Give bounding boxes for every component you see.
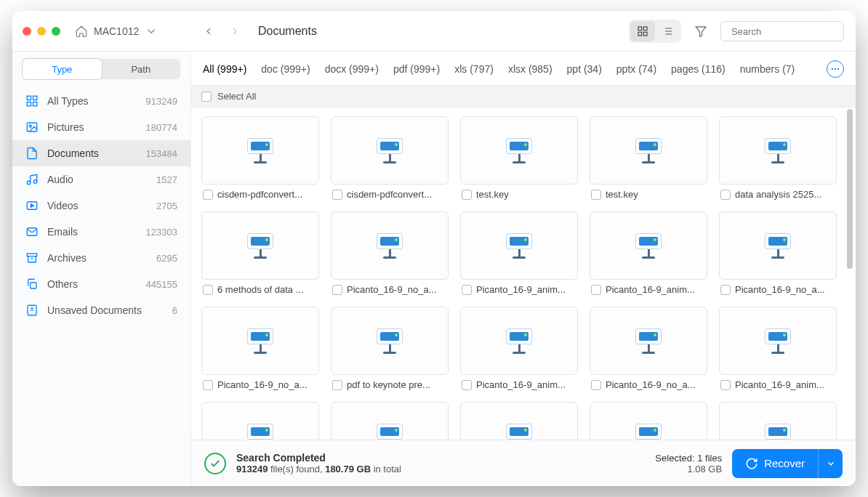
file-checkbox[interactable] (462, 285, 472, 295)
filter-tab[interactable]: ppt (34) (567, 63, 602, 75)
file-card[interactable]: 6 methods of data ... (201, 211, 319, 295)
file-card[interactable]: test.key (460, 116, 578, 200)
file-name: Picanto_16-9_anim... (476, 379, 576, 390)
filter-tab[interactable]: xls (797) (454, 63, 494, 75)
sidebar-item-pictures[interactable]: Pictures 180774 (12, 114, 190, 140)
file-checkbox[interactable] (203, 285, 213, 295)
grid-view-button[interactable] (630, 21, 655, 41)
file-card[interactable]: test.key (590, 116, 707, 200)
file-checkbox[interactable] (203, 380, 213, 390)
filter-tab[interactable]: docx (999+) (325, 63, 379, 75)
sidebar-item-documents[interactable]: Documents 153484 (12, 140, 190, 166)
file-checkbox[interactable] (332, 285, 342, 295)
svg-point-5 (29, 125, 31, 127)
file-checkbox[interactable] (462, 190, 472, 200)
keynote-icon (635, 328, 662, 354)
search-field[interactable] (720, 21, 844, 41)
svg-rect-13 (31, 283, 36, 288)
file-card[interactable]: cisdem-pdfconvert... (201, 116, 319, 200)
file-card[interactable]: Picanto_16-9_anim... (460, 307, 578, 390)
keynote-icon (764, 328, 792, 354)
file-checkbox[interactable] (203, 190, 213, 200)
sidebar-tab-type[interactable]: Type (23, 59, 102, 79)
sidebar-item-archives[interactable]: Archives 6295 (12, 245, 190, 271)
file-card[interactable]: data analysis 2525... (719, 116, 837, 200)
scrollbar-thumb[interactable] (847, 109, 853, 269)
nav-back-button[interactable] (197, 20, 220, 43)
file-checkbox[interactable] (591, 285, 601, 295)
sidebar-item-emails[interactable]: Emails 123303 (12, 219, 190, 245)
recover-dropdown-button[interactable] (818, 449, 843, 478)
filter-button[interactable] (688, 20, 713, 42)
sidebar-item-label: Emails (47, 226, 137, 238)
filter-tab[interactable]: xlsx (985) (508, 63, 552, 75)
file-card[interactable]: Picanto_16-9_no_a... (201, 307, 319, 390)
sidebar-item-videos[interactable]: Videos 2705 (12, 193, 190, 219)
file-checkbox[interactable] (332, 190, 342, 200)
file-grid: cisdem-pdfconvert...cisdem-pdfconvert...… (201, 116, 851, 440)
file-name: pdf to keynote pre... (347, 379, 447, 390)
filter-tab[interactable]: All (999+) (203, 63, 246, 75)
file-card[interactable]: cisdem-pdfconvert... (331, 116, 449, 200)
recover-button[interactable]: Recover (732, 449, 818, 478)
svg-rect-1 (33, 96, 37, 100)
file-checkbox[interactable] (591, 380, 601, 390)
sidebar-item-audio[interactable]: Audio 1527 (12, 166, 190, 193)
file-card[interactable]: Picanto_16-9_anim... (719, 307, 837, 390)
minimize-window-button[interactable] (37, 27, 46, 36)
file-checkbox[interactable] (720, 285, 731, 295)
file-label-row: Picanto_16-9_no_a... (590, 379, 707, 390)
file-thumbnail (201, 211, 319, 280)
file-card[interactable] (201, 402, 319, 440)
file-card[interactable] (590, 402, 707, 440)
status-mid: file(s) found, (268, 464, 325, 474)
more-filters-button[interactable] (827, 60, 844, 78)
filter-tab[interactable]: pptx (74) (616, 63, 656, 75)
select-all-checkbox[interactable] (201, 92, 212, 102)
fullscreen-window-button[interactable] (52, 27, 60, 36)
svg-point-30 (832, 68, 833, 70)
status-bar: Search Completed 913249 file(s) found, 1… (191, 440, 856, 486)
sidebar-tab-path[interactable]: Path (102, 59, 181, 79)
file-checkbox[interactable] (332, 380, 342, 390)
file-thumbnail (719, 116, 837, 185)
sidebar-item-all-types[interactable]: All Types 913249 (12, 88, 190, 114)
filter-tab[interactable]: pages (116) (671, 63, 726, 75)
filter-tab[interactable]: pdf (999+) (393, 63, 440, 75)
device-selector[interactable]: MAC1012 (75, 25, 158, 38)
file-card[interactable] (460, 402, 578, 440)
file-card[interactable]: Picanto_16-9_no_a... (590, 307, 707, 390)
file-checkbox[interactable] (720, 380, 731, 390)
keynote-icon (505, 424, 533, 440)
file-card[interactable]: Picanto_16-9_no_a... (719, 211, 837, 295)
list-view-button[interactable] (655, 21, 680, 41)
filter-tab[interactable]: numbers (7) (740, 63, 795, 75)
file-name: cisdem-pdfconvert... (347, 189, 447, 200)
sidebar-item-unsaved[interactable]: Unsaved Documents 6 (12, 297, 190, 323)
sidebar-item-count: 2705 (156, 201, 177, 211)
file-card[interactable]: Picanto_16-9_no_a... (331, 211, 449, 295)
file-card[interactable]: Picanto_16-9_anim... (590, 211, 707, 295)
sidebar-item-others[interactable]: Others 445155 (12, 271, 190, 297)
close-window-button[interactable] (23, 27, 31, 36)
file-card[interactable]: pdf to keynote pre... (331, 307, 449, 390)
file-name: test.key (476, 189, 576, 200)
file-card[interactable] (331, 402, 449, 440)
file-label-row: test.key (460, 189, 578, 200)
mail-icon (25, 225, 39, 238)
filter-tab[interactable]: doc (999+) (261, 63, 310, 75)
file-label-row: Picanto_16-9_anim... (590, 284, 707, 295)
file-thumbnail (201, 307, 319, 375)
file-card[interactable] (719, 402, 837, 440)
selected-size: 1.08 GB (655, 464, 722, 474)
search-input[interactable] (731, 26, 853, 37)
nav-forward-button[interactable] (223, 20, 246, 43)
file-checkbox[interactable] (591, 190, 601, 200)
file-checkbox[interactable] (720, 190, 731, 200)
file-checkbox[interactable] (462, 380, 472, 390)
file-grid-scroll[interactable]: cisdem-pdfconvert...cisdem-pdfconvert...… (191, 108, 856, 440)
file-card[interactable]: Picanto_16-9_anim... (460, 211, 578, 295)
file-name: 6 methods of data ... (217, 284, 318, 295)
chevron-down-icon (145, 25, 158, 38)
file-thumbnail (460, 211, 578, 280)
